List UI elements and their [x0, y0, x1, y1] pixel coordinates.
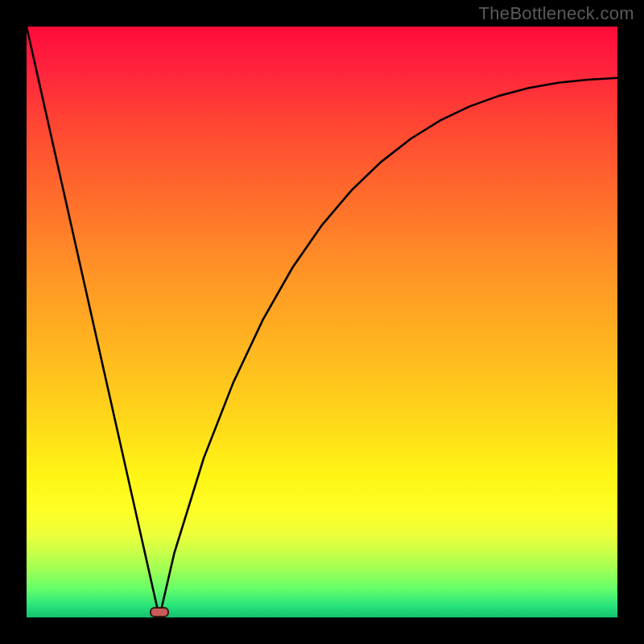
watermark-text: TheBottleneck.com	[479, 3, 634, 24]
curve-left-branch	[27, 27, 159, 617]
optimal-point-marker	[150, 607, 169, 617]
curve-right-branch	[159, 78, 617, 617]
bottleneck-curve	[27, 27, 617, 617]
plot-area	[27, 27, 617, 617]
chart-frame: TheBottleneck.com	[0, 0, 644, 644]
